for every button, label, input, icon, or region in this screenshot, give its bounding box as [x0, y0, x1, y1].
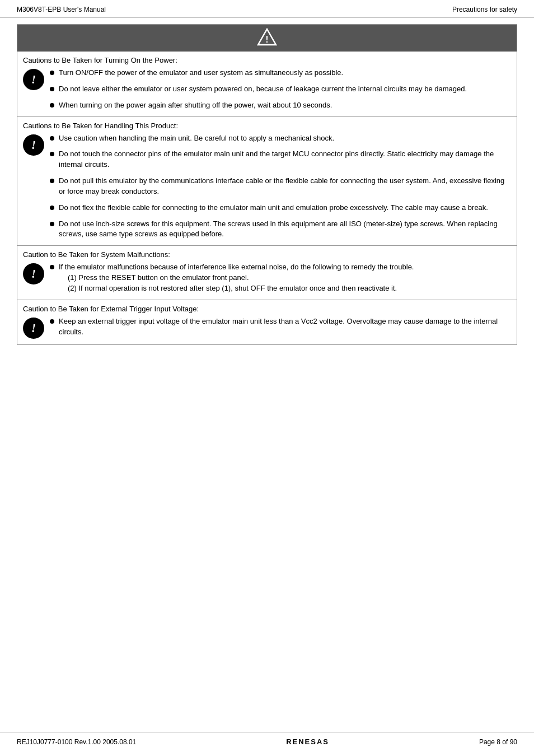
- section-malfunctions: Caution to Be Taken for System Malfuncti…: [17, 246, 517, 300]
- bullet-text: Do not pull this emulator by the communi…: [59, 176, 511, 197]
- section-handling-bullets: Use caution when handling the main unit.…: [50, 133, 511, 240]
- section-malfunctions-title: Caution to Be Taken for System Malfuncti…: [23, 250, 511, 259]
- bullet-dot: [50, 152, 54, 156]
- bullet-dot: [50, 206, 54, 210]
- bullet-dot: [50, 103, 54, 108]
- bullet-item: When turning on the power again after sh…: [50, 100, 511, 111]
- bullet-dot: [50, 179, 54, 183]
- header-right: Precautions for safety: [452, 6, 517, 13]
- section-trigger-title: Caution to Be Taken for External Trigger…: [23, 305, 511, 313]
- page-footer: REJ10J0777-0100 Rev.1.00 2005.08.01 RENE…: [0, 732, 534, 746]
- caution-exclamation: !: [31, 73, 36, 86]
- caution-icon-malfunctions: !: [23, 263, 44, 284]
- caution-icon-power: !: [23, 69, 44, 90]
- section-handling-title: Cautions to Be Taken for Handling This P…: [23, 122, 511, 130]
- footer-left: REJ10J0777-0100 Rev.1.00 2005.08.01: [17, 738, 136, 746]
- bullet-item: Do not touch the connector pins of the e…: [50, 149, 511, 170]
- footer-page: Page 8 of 90: [479, 738, 517, 746]
- svg-text:!: !: [265, 35, 268, 44]
- bullet-dot: [50, 136, 54, 141]
- section-trigger-bullets: Keep an external trigger input voltage o…: [50, 316, 511, 338]
- section-malfunctions-bullets: If the emulator malfunctions because of …: [50, 262, 511, 294]
- caution-exclamation: !: [31, 268, 36, 280]
- bullet-text: Do not flex the flexible cable for conne…: [59, 203, 511, 213]
- bullet-text: Do not touch the connector pins of the e…: [59, 149, 511, 170]
- renesas-logo: RENESAS: [286, 738, 329, 746]
- bullet-text: When turning on the power again after sh…: [59, 100, 511, 111]
- bullet-item: Keep an external trigger input voltage o…: [50, 316, 511, 338]
- bullet-text: Do not leave either the emulator or user…: [59, 84, 511, 95]
- caution-exclamation: !: [31, 139, 36, 151]
- section-power-bullets: Turn ON/OFF the power of the emulator an…: [50, 68, 511, 111]
- bullet-item: Use caution when handling the main unit.…: [50, 133, 511, 144]
- bullet-dot: [50, 87, 54, 91]
- bullet-item: Turn ON/OFF the power of the emulator an…: [50, 68, 511, 78]
- section-power: Cautions to Be Taken for Turning On the …: [17, 52, 517, 117]
- bullet-item: Do not pull this emulator by the communi…: [50, 176, 511, 197]
- caution-icon-handling: !: [23, 134, 44, 156]
- sub-item: (2) If normal operation is not restored …: [68, 283, 511, 294]
- bullet-text: Turn ON/OFF the power of the emulator an…: [59, 68, 511, 78]
- sub-item: (1) Press the RESET button on the emulat…: [68, 273, 511, 283]
- main-safety-box: ! Cautions to Be Taken for Turning On th…: [17, 24, 517, 345]
- caution-exclamation: !: [31, 322, 36, 334]
- bullet-text: Do not use inch-size screws for this equ…: [59, 219, 511, 240]
- bullet-item: If the emulator malfunctions because of …: [50, 262, 511, 294]
- bullet-text: Use caution when handling the main unit.…: [59, 133, 511, 144]
- header-left: M306V8T-EPB User's Manual: [17, 6, 106, 13]
- section-power-title: Cautions to Be Taken for Turning On the …: [23, 56, 511, 64]
- section-handling: Cautions to Be Taken for Handling This P…: [17, 117, 517, 246]
- bullet-item: Do not flex the flexible cable for conne…: [50, 203, 511, 213]
- warning-header: !: [17, 25, 517, 52]
- bullet-dot: [50, 222, 54, 226]
- caution-icon-trigger: !: [23, 318, 44, 339]
- bullet-item: Do not use inch-size screws for this equ…: [50, 219, 511, 240]
- section-trigger: Caution to Be Taken for External Trigger…: [17, 300, 517, 344]
- bullet-dot: [50, 265, 54, 269]
- warning-triangle-icon: !: [21, 28, 513, 48]
- bullet-text: Keep an external trigger input voltage o…: [59, 316, 511, 338]
- bullet-text: If the emulator malfunctions because of …: [59, 262, 511, 294]
- bullet-dot: [50, 71, 54, 75]
- bullet-dot: [50, 319, 54, 324]
- bullet-item: Do not leave either the emulator or user…: [50, 84, 511, 95]
